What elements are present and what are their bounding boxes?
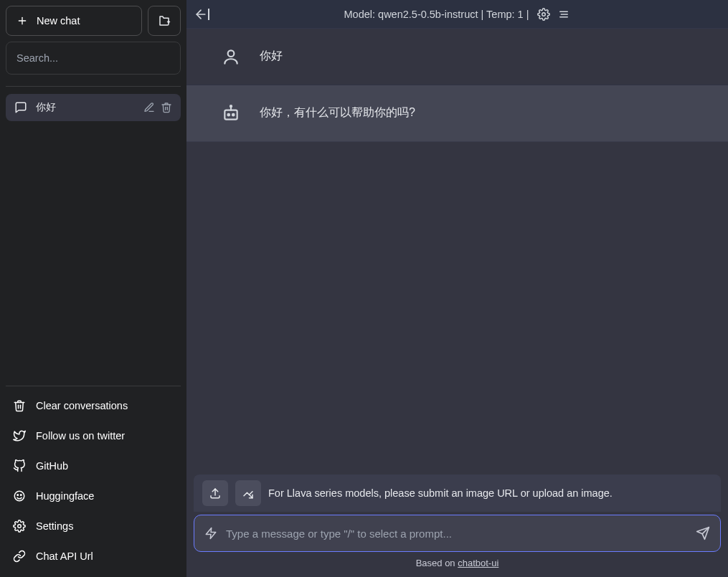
twitter-icon (13, 429, 26, 442)
svg-point-6 (21, 495, 22, 496)
conversation-item[interactable]: 你好 (6, 94, 181, 121)
arrow-left-icon (194, 7, 208, 22)
input-area: For Llava series models, please submit a… (186, 475, 728, 577)
image-url-button[interactable] (235, 480, 261, 506)
messages: 你好 你好，有什么可以帮助你的吗? (186, 29, 728, 475)
plus-icon (16, 15, 28, 27)
svg-point-4 (14, 491, 24, 501)
send-button[interactable] (696, 526, 710, 540)
top-bar-actions (537, 8, 570, 21)
collapse-sidebar-button[interactable] (194, 7, 211, 22)
sidebar-top-row: New chat (6, 6, 181, 36)
footer: Based on chatbot-ui (194, 552, 721, 568)
conversation-actions (143, 102, 172, 113)
bolt-icon[interactable] (204, 527, 217, 540)
huggingface-label: Huggingface (36, 490, 94, 502)
image-link-icon (242, 487, 255, 500)
model-info-label: Model: qwen2.5-0.5b-instruct | Temp: 1 | (344, 9, 532, 20)
prompt-box (194, 515, 721, 552)
send-icon (696, 526, 710, 540)
message-row-assistant: 你好，有什么可以帮助你的吗? (186, 85, 728, 142)
svg-point-10 (542, 12, 546, 16)
conversation-list: 你好 (6, 94, 181, 121)
twitter-label: Follow us on twitter (36, 430, 125, 442)
folder-plus-icon (158, 14, 171, 27)
chat-api-url-button[interactable]: Chat API Url (6, 541, 181, 571)
gear-icon (13, 520, 26, 533)
svg-point-5 (17, 495, 19, 496)
github-label: GitHub (36, 460, 68, 472)
huggingface-link[interactable]: Huggingface (6, 481, 181, 511)
svg-point-16 (227, 114, 230, 116)
svg-point-14 (228, 50, 235, 57)
new-chat-button[interactable]: New chat (6, 6, 142, 36)
github-icon (13, 459, 26, 472)
twitter-link[interactable]: Follow us on twitter (6, 421, 181, 451)
svg-point-17 (232, 114, 235, 116)
huggingface-icon (13, 490, 26, 502)
settings-button[interactable]: Settings (6, 511, 181, 541)
new-chat-label: New chat (37, 15, 80, 27)
sidebar-bottom: Clear conversations Follow us on twitter… (6, 386, 181, 571)
divider (6, 86, 181, 87)
upload-image-button[interactable] (202, 480, 228, 506)
svg-point-7 (18, 525, 22, 528)
main: Model: qwen2.5-0.5b-instruct | Temp: 1 |… (186, 0, 728, 577)
new-folder-button[interactable] (148, 6, 181, 36)
clear-icon[interactable] (557, 8, 570, 21)
search-wrap (6, 42, 181, 75)
footer-prefix: Based on (416, 558, 458, 568)
footer-link[interactable]: chatbot-ui (458, 558, 498, 568)
message-text[interactable]: 你好 (260, 47, 694, 65)
svg-rect-15 (224, 110, 237, 120)
github-link[interactable]: GitHub (6, 451, 181, 481)
robot-avatar-icon (221, 104, 241, 123)
top-bar: Model: qwen2.5-0.5b-instruct | Temp: 1 | (186, 0, 728, 29)
message-icon (14, 101, 27, 114)
message-text[interactable]: 你好，有什么可以帮助你的吗? (260, 104, 694, 121)
settings-label: Settings (36, 520, 73, 532)
message-row-user: 你好 (186, 29, 728, 85)
settings-gear-icon[interactable] (537, 8, 550, 21)
svg-point-19 (230, 105, 232, 107)
image-hint-row: For Llava series models, please submit a… (194, 475, 721, 512)
svg-rect-9 (208, 9, 209, 20)
search-input[interactable] (6, 42, 181, 75)
user-avatar-icon (221, 47, 241, 66)
clear-conversations-label: Clear conversations (36, 400, 128, 411)
chat-api-url-label: Chat API Url (36, 550, 93, 562)
clear-conversations-button[interactable]: Clear conversations (6, 391, 181, 421)
edit-icon[interactable] (143, 102, 155, 113)
message-input[interactable] (226, 528, 689, 540)
svg-marker-21 (206, 528, 216, 539)
conversation-title: 你好 (36, 101, 135, 114)
trash-icon[interactable] (161, 102, 172, 113)
sidebar: New chat 你好 (0, 0, 186, 577)
caret-bar-icon (207, 7, 211, 22)
image-hint-text: For Llava series models, please submit a… (268, 487, 613, 499)
link-icon (13, 550, 26, 563)
trash-icon (13, 399, 26, 412)
upload-icon (209, 487, 222, 500)
